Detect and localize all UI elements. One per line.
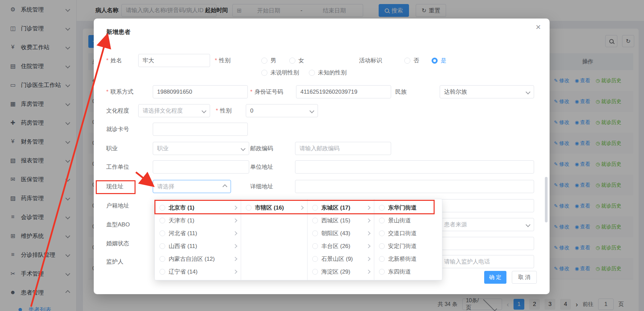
cascader-option-beijing[interactable]: 北京市 (1) — [155, 201, 241, 214]
radio-icon — [159, 269, 165, 275]
cascader-option-dongcheng[interactable]: 东城区 (17) — [308, 201, 374, 214]
add-patient-modal: 新增患者 × 姓名 性别 男 女 未说明性别 未知的性别 活动标识 否 是 联系… — [94, 19, 550, 294]
chevron-right-icon — [366, 218, 371, 223]
chevron-right-icon — [299, 206, 304, 210]
chevron-up-icon — [223, 184, 227, 189]
name-label: 姓名 — [106, 54, 122, 67]
chevron-right-icon — [366, 231, 371, 236]
postal-input[interactable] — [295, 142, 391, 155]
cascader-option-fengtai[interactable]: 丰台区 (26) — [308, 240, 374, 252]
patient-source-select[interactable]: 患者来源 — [440, 218, 534, 231]
cascader-option-jingshan[interactable]: 景山街道 — [374, 214, 442, 227]
gender2-select[interactable]: 0 — [246, 104, 318, 117]
chevron-right-icon — [233, 206, 237, 210]
chevron-right-icon — [366, 257, 371, 261]
modal-title: 新增患者 — [106, 28, 130, 36]
cascader-option-dongsi[interactable]: 东四街道 — [374, 265, 442, 278]
gender-unstated-radio[interactable]: 未说明性别 — [261, 66, 299, 79]
cascader-option-donghuamen[interactable]: 东华门街道 — [374, 201, 442, 214]
postal-label: 邮政编码 — [250, 142, 273, 155]
work-unit-label: 工作单位 — [106, 160, 129, 174]
cascader-option-andingmen[interactable]: 安定门街道 — [374, 240, 442, 252]
modal-scrollbar[interactable] — [545, 177, 548, 222]
marital-label: 婚姻状态 — [106, 237, 129, 250]
radio-icon — [312, 218, 318, 223]
cancel-button[interactable]: 取 消 — [512, 271, 537, 284]
radio-icon — [312, 230, 318, 236]
chevron-right-icon — [233, 231, 237, 236]
occupation-select[interactable]: 职业 — [153, 142, 249, 155]
chevron-right-icon — [233, 218, 237, 223]
cascader-option-neimenggu[interactable]: 内蒙古自治区 (12) — [155, 252, 241, 265]
current-address-label: 现住址 — [106, 180, 123, 193]
gender-female-radio[interactable]: 女 — [289, 54, 304, 67]
radio-icon — [312, 256, 318, 262]
gender-unknown-radio[interactable]: 未知的性别 — [309, 66, 347, 79]
education-select[interactable]: 请选择文化程度 — [138, 104, 210, 117]
active-flag-label: 活动标识 — [359, 54, 382, 67]
radio-icon — [312, 243, 318, 249]
household-address-label: 户籍地址 — [106, 199, 129, 212]
chevron-right-icon — [233, 257, 237, 261]
cascader-option-shanxi[interactable]: 山西省 (11) — [155, 240, 241, 252]
cascader-option-tianjin[interactable]: 天津市 (1) — [155, 214, 241, 227]
radio-icon — [379, 243, 385, 249]
radio-icon — [312, 205, 318, 211]
chevron-right-icon — [366, 244, 371, 248]
gender-label: 性别 — [215, 54, 231, 67]
radio-icon — [312, 269, 318, 275]
guardian-label: 监护人 — [106, 255, 123, 268]
cascader-option-shijingshan[interactable]: 石景山区 (9) — [308, 252, 374, 265]
radio-icon — [379, 205, 385, 211]
radio-icon — [261, 58, 267, 64]
unit-address-input[interactable] — [295, 160, 534, 174]
contact-input[interactable] — [153, 85, 248, 98]
cascader-option-jiaodaokou[interactable]: 交道口街道 — [374, 227, 442, 240]
guardian-phone-input[interactable] — [440, 255, 534, 268]
app-root: ⚙系统管理 ◫门诊管理 ¥收费工作站 ▤住院管理 ▭门诊医生工作站 ▦库房管理 … — [0, 0, 644, 311]
radio-icon — [159, 256, 165, 262]
radio-icon — [379, 256, 385, 262]
ethnicity-label: 民族 — [395, 85, 407, 98]
name-input[interactable] — [138, 54, 210, 67]
confirm-button[interactable]: 确 定 — [484, 271, 506, 284]
education-label: 文化程度 — [106, 104, 129, 117]
cascader-option-xicheng[interactable]: 西城区 (15) — [308, 214, 374, 227]
chevron-down-icon — [202, 108, 206, 113]
radio-icon — [159, 230, 165, 236]
cascader-option-haidian[interactable]: 海淀区 (29) — [308, 265, 374, 278]
radio-icon — [379, 230, 385, 236]
id-number-input[interactable] — [296, 85, 391, 98]
cascader-option-liaoning[interactable]: 辽宁省 (14) — [155, 265, 241, 278]
detail-address-input[interactable] — [295, 180, 534, 193]
radio-icon — [309, 70, 315, 76]
gender-male-radio[interactable]: 男 — [261, 54, 276, 67]
radio-icon — [289, 58, 295, 64]
address-cascader-panel: 北京市 (1) 天津市 (1) 河北省 (11) 山西省 (11) 内蒙古自治区… — [154, 199, 442, 280]
chevron-down-icon — [310, 108, 314, 113]
ethnicity-select[interactable]: 达斡尔族 — [440, 85, 534, 98]
cascader-option-chaoyang[interactable]: 朝阳区 (43) — [308, 227, 374, 240]
cascader-city-column: 市辖区 (16) — [241, 199, 308, 280]
chevron-down-icon — [526, 89, 530, 94]
radio-icon — [159, 205, 165, 211]
current-address-select[interactable]: 请选择 — [153, 180, 231, 193]
cascader-option-beixinqiao[interactable]: 北新桥街道 — [374, 252, 442, 265]
card-no-input[interactable] — [153, 123, 248, 136]
chevron-down-icon — [526, 222, 530, 227]
cascader-district-column: 东城区 (17) 西城区 (15) 朝阳区 (43) 丰台区 (26) 石景山区… — [308, 199, 374, 280]
cascader-option-hebei[interactable]: 河北省 (11) — [155, 227, 241, 240]
cascader-option-shixiaqu[interactable]: 市辖区 (16) — [241, 201, 307, 214]
radio-icon — [404, 58, 410, 64]
chevron-right-icon — [233, 270, 237, 274]
active-no-radio[interactable]: 否 — [404, 54, 419, 67]
blood-type-label: 血型ABO — [106, 218, 130, 231]
active-yes-radio[interactable]: 是 — [432, 54, 446, 67]
close-icon[interactable]: × — [536, 23, 541, 31]
work-unit-input[interactable] — [153, 160, 249, 174]
marital-input[interactable] — [440, 237, 534, 250]
radio-icon — [379, 269, 385, 275]
household-address-input[interactable] — [440, 199, 534, 212]
radio-icon — [159, 243, 165, 249]
chevron-right-icon — [233, 244, 237, 248]
